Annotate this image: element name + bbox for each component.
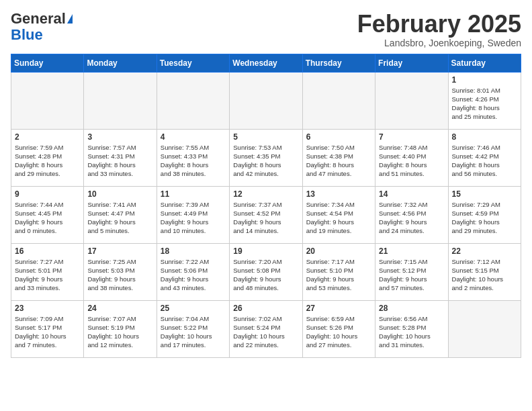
day-number: 9 — [15, 189, 80, 199]
day-cell: 10Sunrise: 7:41 AM Sunset: 4:47 PM Dayli… — [84, 186, 157, 243]
day-cell: 28Sunrise: 6:56 AM Sunset: 5:28 PM Dayli… — [375, 300, 448, 357]
day-cell: 26Sunrise: 7:02 AM Sunset: 5:24 PM Dayli… — [230, 300, 302, 357]
day-info: Sunrise: 7:37 AM Sunset: 4:52 PM Dayligh… — [233, 200, 298, 236]
day-cell: 8Sunrise: 7:46 AM Sunset: 4:42 PM Daylig… — [448, 129, 521, 186]
day-cell: 6Sunrise: 7:50 AM Sunset: 4:38 PM Daylig… — [302, 129, 375, 186]
day-number: 10 — [87, 189, 152, 199]
day-info: Sunrise: 7:32 AM Sunset: 4:56 PM Dayligh… — [379, 200, 444, 236]
day-info: Sunrise: 7:25 AM Sunset: 5:03 PM Dayligh… — [87, 257, 152, 293]
day-cell: 19Sunrise: 7:20 AM Sunset: 5:08 PM Dayli… — [230, 243, 302, 300]
day-cell: 25Sunrise: 7:04 AM Sunset: 5:22 PM Dayli… — [157, 300, 229, 357]
logo: General Blue — [11, 11, 73, 43]
day-cell: 11Sunrise: 7:39 AM Sunset: 4:49 PM Dayli… — [157, 186, 229, 243]
day-cell: 17Sunrise: 7:25 AM Sunset: 5:03 PM Dayli… — [84, 243, 157, 300]
title-section: February 2025 Landsbro, Joenkoeping, Swe… — [357, 11, 521, 48]
day-number: 25 — [161, 304, 226, 313]
day-cell: 13Sunrise: 7:34 AM Sunset: 4:54 PM Dayli… — [302, 186, 375, 243]
day-cell: 1Sunrise: 8:01 AM Sunset: 4:26 PM Daylig… — [448, 72, 521, 129]
week-row-1: 1Sunrise: 8:01 AM Sunset: 4:26 PM Daylig… — [11, 72, 521, 129]
day-number: 19 — [233, 246, 298, 256]
day-number: 7 — [379, 132, 444, 142]
day-cell — [11, 72, 84, 129]
day-cell: 23Sunrise: 7:09 AM Sunset: 5:17 PM Dayli… — [11, 300, 84, 357]
day-info: Sunrise: 7:57 AM Sunset: 4:31 PM Dayligh… — [87, 143, 152, 179]
day-number: 13 — [306, 189, 371, 199]
day-number: 22 — [452, 246, 517, 256]
day-number: 5 — [233, 132, 298, 142]
calendar-subtitle: Landsbro, Joenkoeping, Sweden — [357, 38, 521, 48]
logo-general-text: General — [11, 11, 66, 27]
header: General Blue February 2025 Landsbro, Joe… — [11, 11, 521, 48]
day-cell — [230, 72, 302, 129]
day-info: Sunrise: 7:17 AM Sunset: 5:10 PM Dayligh… — [306, 257, 371, 293]
day-info: Sunrise: 7:07 AM Sunset: 5:19 PM Dayligh… — [87, 314, 152, 350]
day-cell: 22Sunrise: 7:12 AM Sunset: 5:15 PM Dayli… — [448, 243, 521, 300]
week-row-4: 16Sunrise: 7:27 AM Sunset: 5:01 PM Dayli… — [11, 243, 521, 300]
day-cell: 3Sunrise: 7:57 AM Sunset: 4:31 PM Daylig… — [84, 129, 157, 186]
day-info: Sunrise: 7:02 AM Sunset: 5:24 PM Dayligh… — [233, 314, 298, 350]
day-info: Sunrise: 7:04 AM Sunset: 5:22 PM Dayligh… — [161, 314, 226, 350]
day-cell: 24Sunrise: 7:07 AM Sunset: 5:19 PM Dayli… — [84, 300, 157, 357]
day-number: 18 — [161, 246, 226, 256]
day-info: Sunrise: 7:12 AM Sunset: 5:15 PM Dayligh… — [452, 257, 517, 293]
day-cell — [84, 72, 157, 129]
day-number: 2 — [15, 132, 80, 142]
day-info: Sunrise: 7:09 AM Sunset: 5:17 PM Dayligh… — [15, 314, 80, 350]
day-cell: 18Sunrise: 7:22 AM Sunset: 5:06 PM Dayli… — [157, 243, 229, 300]
day-number: 1 — [452, 75, 517, 85]
day-number: 23 — [15, 304, 80, 313]
column-header-friday: Friday — [375, 54, 448, 72]
day-cell: 15Sunrise: 7:29 AM Sunset: 4:59 PM Dayli… — [448, 186, 521, 243]
day-number: 6 — [306, 132, 371, 142]
day-info: Sunrise: 6:56 AM Sunset: 5:28 PM Dayligh… — [379, 314, 444, 350]
day-info: Sunrise: 7:27 AM Sunset: 5:01 PM Dayligh… — [15, 257, 80, 293]
calendar-header-row: SundayMondayTuesdayWednesdayThursdayFrid… — [11, 54, 521, 72]
day-number: 24 — [87, 304, 152, 313]
day-number: 14 — [379, 189, 444, 199]
day-cell — [302, 72, 375, 129]
day-cell — [375, 72, 448, 129]
day-info: Sunrise: 7:59 AM Sunset: 4:28 PM Dayligh… — [15, 143, 80, 179]
day-number: 27 — [306, 304, 371, 313]
day-cell — [157, 72, 229, 129]
day-info: Sunrise: 7:39 AM Sunset: 4:49 PM Dayligh… — [161, 200, 226, 236]
day-info: Sunrise: 7:29 AM Sunset: 4:59 PM Dayligh… — [452, 200, 517, 236]
day-cell: 12Sunrise: 7:37 AM Sunset: 4:52 PM Dayli… — [230, 186, 302, 243]
day-cell: 27Sunrise: 6:59 AM Sunset: 5:26 PM Dayli… — [302, 300, 375, 357]
calendar-title: February 2025 — [357, 11, 521, 38]
day-info: Sunrise: 6:59 AM Sunset: 5:26 PM Dayligh… — [306, 314, 371, 350]
day-info: Sunrise: 8:01 AM Sunset: 4:26 PM Dayligh… — [452, 86, 517, 122]
day-cell: 5Sunrise: 7:53 AM Sunset: 4:35 PM Daylig… — [230, 129, 302, 186]
day-info: Sunrise: 7:20 AM Sunset: 5:08 PM Dayligh… — [233, 257, 298, 293]
day-cell: 21Sunrise: 7:15 AM Sunset: 5:12 PM Dayli… — [375, 243, 448, 300]
calendar-table: SundayMondayTuesdayWednesdayThursdayFrid… — [11, 54, 521, 358]
day-number: 11 — [161, 189, 226, 199]
column-header-sunday: Sunday — [11, 54, 84, 72]
day-number: 21 — [379, 246, 444, 256]
day-cell: 16Sunrise: 7:27 AM Sunset: 5:01 PM Dayli… — [11, 243, 84, 300]
day-cell: 14Sunrise: 7:32 AM Sunset: 4:56 PM Dayli… — [375, 186, 448, 243]
day-number: 20 — [306, 246, 371, 256]
day-cell: 4Sunrise: 7:55 AM Sunset: 4:33 PM Daylig… — [157, 129, 229, 186]
day-info: Sunrise: 7:44 AM Sunset: 4:45 PM Dayligh… — [15, 200, 80, 236]
day-info: Sunrise: 7:34 AM Sunset: 4:54 PM Dayligh… — [306, 200, 371, 236]
day-number: 4 — [161, 132, 226, 142]
column-header-wednesday: Wednesday — [230, 54, 302, 72]
day-info: Sunrise: 7:48 AM Sunset: 4:40 PM Dayligh… — [379, 143, 444, 179]
logo-blue-text: Blue — [11, 27, 43, 43]
day-number: 17 — [87, 246, 152, 256]
day-info: Sunrise: 7:53 AM Sunset: 4:35 PM Dayligh… — [233, 143, 298, 179]
day-number: 26 — [233, 304, 298, 313]
day-cell: 20Sunrise: 7:17 AM Sunset: 5:10 PM Dayli… — [302, 243, 375, 300]
day-cell — [448, 300, 521, 357]
column-header-saturday: Saturday — [448, 54, 521, 72]
column-header-thursday: Thursday — [302, 54, 375, 72]
day-info: Sunrise: 7:22 AM Sunset: 5:06 PM Dayligh… — [161, 257, 226, 293]
week-row-3: 9Sunrise: 7:44 AM Sunset: 4:45 PM Daylig… — [11, 186, 521, 243]
logo-triangle-icon — [67, 14, 73, 24]
day-number: 3 — [87, 132, 152, 142]
day-info: Sunrise: 7:50 AM Sunset: 4:38 PM Dayligh… — [306, 143, 371, 179]
day-info: Sunrise: 7:46 AM Sunset: 4:42 PM Dayligh… — [452, 143, 517, 179]
week-row-2: 2Sunrise: 7:59 AM Sunset: 4:28 PM Daylig… — [11, 129, 521, 186]
column-header-monday: Monday — [84, 54, 157, 72]
